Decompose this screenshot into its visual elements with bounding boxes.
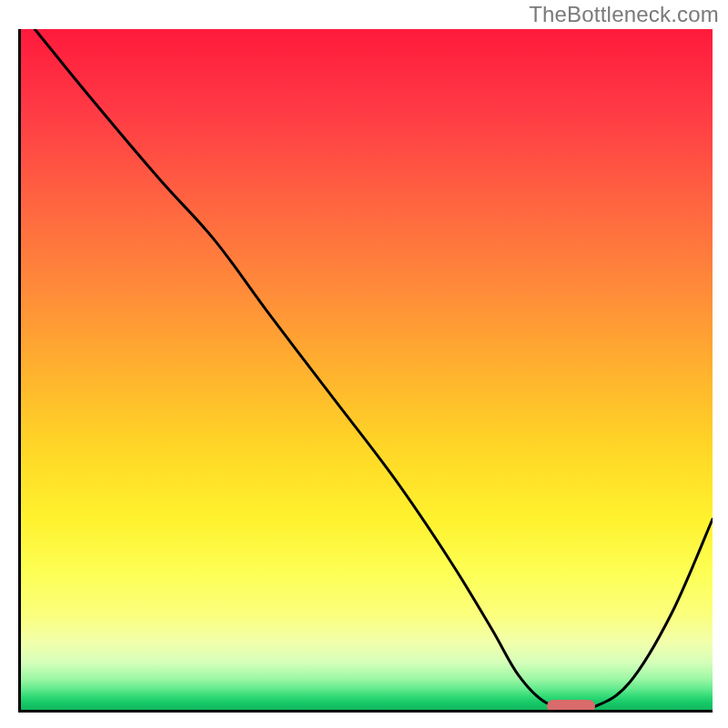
optimal-range-marker (547, 700, 595, 713)
plot-area (18, 29, 713, 713)
bottleneck-curve (21, 29, 713, 710)
chart-canvas: TheBottleneck.com (0, 0, 728, 728)
watermark-text: TheBottleneck.com (529, 2, 719, 27)
